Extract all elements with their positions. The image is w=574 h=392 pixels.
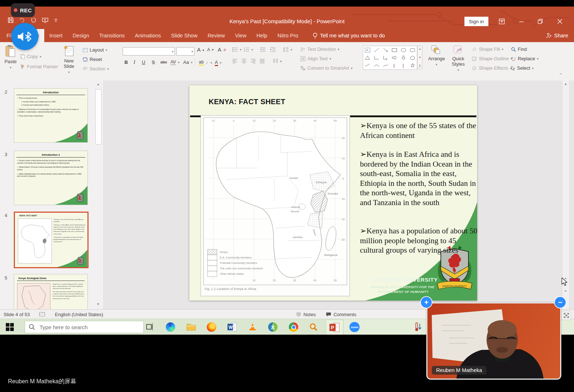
edge-icon[interactable] [165, 322, 176, 332]
magnifier-app-icon[interactable] [308, 322, 319, 332]
underline-button[interactable]: U [142, 60, 145, 65]
curve-shape-icon[interactable] [382, 62, 389, 69]
left-brace-shape-icon[interactable]: { [391, 62, 398, 69]
right-arrow-shape-icon[interactable] [391, 54, 398, 61]
font-name-combo[interactable]: ▾ [123, 47, 175, 56]
triangle-shape-icon[interactable] [364, 54, 372, 61]
zoom-app-icon[interactable]: zoom [349, 322, 360, 332]
layout-button[interactable]: Layout▾ [83, 47, 107, 53]
text-shadow-button[interactable]: S [152, 60, 155, 65]
find-button[interactable]: Find [511, 46, 527, 52]
section-button[interactable]: Section▾ [83, 66, 109, 72]
rectangle-shape-icon[interactable] [391, 46, 398, 53]
next-slide-button[interactable]: ⏷ [563, 289, 568, 293]
powerpoint-taskbar-active[interactable]: P [326, 320, 343, 335]
justify-button[interactable] [259, 59, 265, 64]
elbow-shape-icon[interactable] [373, 54, 380, 61]
font-color-button[interactable]: A▾ [215, 60, 221, 66]
thumbnail-slide-5[interactable]: Kenya: Ecological Zones Kenya has a vari… [14, 274, 88, 309]
taskbar-search[interactable] [25, 321, 144, 333]
language-indicator[interactable]: English (United States) [55, 312, 103, 317]
line-spacing-button[interactable]: ▾ [283, 47, 292, 52]
firefox-icon[interactable] [206, 322, 217, 332]
tab-insert[interactable]: Insert [44, 29, 67, 42]
oval-shape-icon[interactable] [399, 46, 407, 53]
tab-transitions[interactable]: Transitions [94, 29, 130, 42]
shapes-gallery-scrollbar[interactable]: ▴▾⊼ [417, 46, 422, 69]
share-button[interactable]: Share [546, 29, 568, 42]
select-button[interactable]: Select▾ [511, 65, 534, 71]
thumb-scrollbar-thumb[interactable] [95, 89, 102, 144]
main-scrollbar[interactable]: ▲ ⏶ ⏷ ▼ [562, 81, 569, 309]
temperature-tray-icon[interactable] [413, 322, 424, 332]
webcam-video[interactable]: Reuben M Matheka [426, 302, 561, 380]
bullets-button[interactable]: ▾ [232, 47, 242, 52]
pentagon-shape-icon[interactable] [409, 54, 416, 61]
right-brace-shape-icon[interactable]: } [399, 62, 407, 69]
tab-help[interactable]: Help [251, 29, 272, 42]
tab-review[interactable]: Review [202, 29, 230, 42]
align-right-button[interactable] [250, 59, 256, 64]
spellcheck-icon[interactable] [39, 312, 45, 317]
clear-formatting-button[interactable]: A [218, 46, 226, 53]
restore-button[interactable] [535, 17, 546, 26]
quick-styles-button[interactable]: Quick Styles▾ [448, 45, 468, 72]
shapes-gallery[interactable]: A { } [363, 46, 417, 70]
tab-view[interactable]: View [230, 29, 251, 42]
scroll-up-arrow[interactable]: ▲ [562, 82, 569, 86]
shape-fill-button[interactable]: Shape Fill▾ [472, 46, 503, 52]
thumbnail-slide-2[interactable]: Introduction ➢ This is a two part-lectur… [14, 88, 88, 143]
shape-outline-button[interactable]: Shape Outline▾ [472, 56, 512, 61]
bluetooth-audio-button[interactable] [11, 23, 38, 50]
comments-button[interactable]: Comments [326, 312, 356, 317]
rounded-rect-shape-icon[interactable] [409, 46, 416, 53]
text-direction-button[interactable]: A Text Direction▾ [300, 46, 339, 52]
reset-button[interactable]: Reset [83, 57, 102, 62]
collapse-ribbon-button[interactable]: ⌃ [559, 73, 562, 78]
slide-canvas[interactable]: KENYA: FACT SHEET 100 1020 [189, 85, 477, 301]
arc-shape-icon[interactable] [373, 62, 380, 69]
strikethrough-button[interactable]: abc [160, 60, 167, 64]
shrink-font-button[interactable]: A▾ [207, 47, 214, 52]
line-shape-icon[interactable] [373, 46, 380, 53]
increase-indent-button[interactable] [270, 47, 276, 52]
columns-button[interactable]: ▾ [273, 59, 282, 64]
paste-button[interactable]: Paste▾ [4, 45, 19, 70]
start-button[interactable] [4, 322, 15, 332]
align-center-button[interactable] [241, 59, 247, 64]
decrease-indent-button[interactable] [260, 47, 266, 52]
align-left-button[interactable] [232, 59, 238, 64]
zoom-decrease-button[interactable]: − [555, 297, 566, 308]
word-icon[interactable]: W [227, 322, 238, 332]
notes-button[interactable]: Notes [296, 312, 316, 317]
bold-button[interactable]: B [124, 60, 128, 65]
tell-me-box[interactable]: Tell me what you want to do [308, 29, 390, 42]
highlight-color-button[interactable]: ab▾ [199, 60, 212, 66]
textbox-shape-icon[interactable]: A [364, 46, 372, 53]
italic-button[interactable]: I [134, 60, 135, 65]
tab-design[interactable]: Design [67, 29, 94, 42]
star-shape-icon[interactable] [409, 62, 416, 69]
tab-animations[interactable]: Animations [130, 29, 166, 42]
expand-video-button[interactable] [562, 311, 571, 320]
tab-nitro-pro[interactable]: Nitro Pro [272, 29, 303, 42]
thumbnail-slide-4-selected[interactable]: KENYA: FACT SHEET ➢Kenya is one of the 5… [14, 212, 89, 268]
shape-effects-button[interactable]: Shape Effects▾ [472, 65, 512, 71]
align-text-button[interactable]: Align Text▾ [300, 56, 331, 61]
numbering-button[interactable]: 123▾ [244, 47, 253, 52]
arrange-button[interactable]: Arrange▾ [427, 45, 446, 67]
ribbon-display-options-button[interactable] [496, 17, 507, 26]
arrow-shape-icon[interactable] [382, 46, 389, 53]
format-painter-button[interactable]: Format Painter [20, 64, 58, 69]
chrome-icon[interactable] [288, 322, 299, 332]
thumbnail-slide-3[interactable]: Introduction 2 ➢ Kenya's culture is fair… [14, 151, 88, 205]
sign-in-button[interactable]: Sign in [464, 17, 488, 26]
font-size-combo[interactable]: ▾ [176, 47, 194, 56]
thumb-scroll-down-button[interactable]: ▼ [95, 301, 101, 307]
file-explorer-icon[interactable] [186, 322, 197, 332]
replace-button[interactable]: abac Replace▾ [511, 56, 538, 61]
vlc-icon[interactable] [247, 322, 258, 332]
copy-button[interactable]: Copy▾ [20, 54, 41, 59]
convert-smartart-button[interactable]: Convert to SmartArt▾ [300, 65, 352, 71]
thumb-scroll-up-button[interactable]: ▲ [95, 81, 101, 87]
